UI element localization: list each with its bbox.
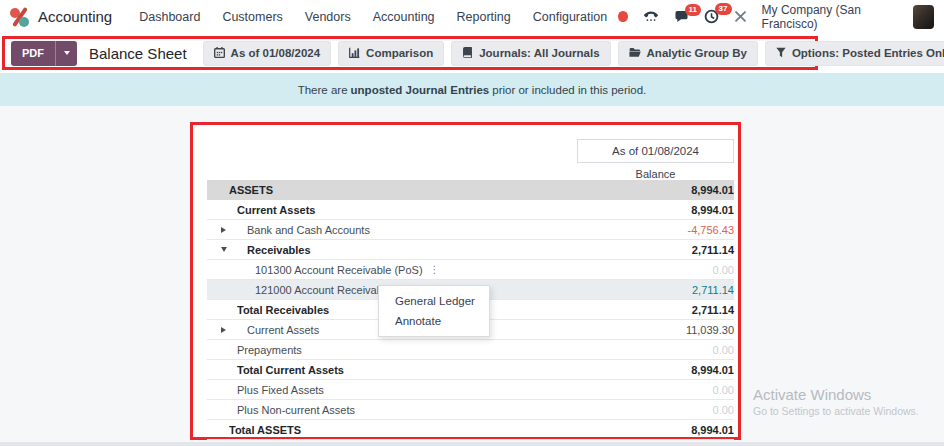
calendar-icon [214, 47, 225, 60]
filter-label: Analytic Group By [647, 47, 747, 59]
row-label-wrap: Prepayments [237, 344, 302, 356]
row-value: 8,994.01 [691, 184, 734, 196]
row-label-wrap: Total Receivables [237, 304, 329, 316]
annotation-box-toolbar: PDF Balance Sheet As of 01/08/2024Compar… [2, 36, 818, 70]
column-header-date[interactable]: As of 01/08/2024 [577, 139, 734, 163]
topbar: Accounting DashboardCustomersVendorsAcco… [0, 0, 944, 33]
row-value: -4,756.43 [688, 224, 734, 236]
report-title: Balance Sheet [89, 45, 187, 62]
filter-label: As of 01/08/2024 [231, 47, 321, 59]
row-label: Total ASSETS [229, 424, 301, 436]
row-label-wrap: Current Assets [237, 204, 315, 216]
nav-item-vendors[interactable]: Vendors [294, 10, 362, 24]
phone-icon[interactable] [643, 10, 659, 23]
annotation-box-report: As of 01/08/2024 Balance ASSETS8,994.01C… [190, 122, 741, 440]
row-label: Plus Non-current Assets [237, 404, 355, 416]
banner-text-suffix: prior or included in this period. [492, 84, 646, 96]
nav-item-accounting[interactable]: Accounting [362, 10, 446, 24]
row-label: Prepayments [237, 344, 302, 356]
row-label-wrap: 101300 Account Receivable (PoS)⋮ [255, 264, 440, 276]
filter-button-as-of-01-08-2024[interactable]: As of 01/08/2024 [203, 41, 332, 66]
screen: Accounting DashboardCustomersVendorsAcco… [0, 0, 944, 446]
filter-bar: As of 01/08/2024ComparisonJournals: All … [203, 41, 944, 66]
company-switcher[interactable]: My Company (San Francisco) [762, 3, 899, 31]
caret-right-icon[interactable] [221, 227, 247, 233]
nav-item-reporting[interactable]: Reporting [446, 10, 522, 24]
nav-item-dashboard[interactable]: Dashboard [128, 10, 211, 24]
report-row-receivables[interactable]: Receivables2,711.14 [207, 240, 734, 260]
pdf-button[interactable]: PDF [11, 41, 55, 66]
nav-item-configuration[interactable]: Configuration [522, 10, 618, 24]
report-row-assets: ASSETS8,994.01 [207, 180, 734, 200]
app-brand[interactable]: Accounting [10, 7, 112, 27]
report-row-prepayments: Prepayments0.00 [207, 340, 734, 360]
filter-label: Options: Posted Entries Only , Accrual B… [792, 47, 944, 59]
activities-clock-icon[interactable]: 37 [704, 9, 719, 24]
filter-icon [776, 47, 786, 60]
activities-badge: 37 [715, 3, 732, 15]
row-menu-dots-icon[interactable]: ⋮ [430, 265, 440, 275]
row-label: Current Assets [247, 324, 319, 336]
chevron-down-icon [64, 51, 70, 55]
windows-activation-watermark: Activate Windows Go to Settings to activ… [753, 386, 919, 417]
nav-item-customers[interactable]: Customers [211, 10, 293, 24]
pdf-dropdown-button[interactable] [55, 41, 77, 66]
tools-icon[interactable] [734, 10, 747, 23]
context-menu-item-annotate[interactable]: Annotate [379, 311, 489, 331]
row-label: ASSETS [229, 184, 273, 196]
row-label: 101300 Account Receivable (PoS) [255, 264, 423, 276]
row-label-wrap: Receivables [221, 244, 311, 256]
main-nav: DashboardCustomersVendorsAccountingRepor… [128, 10, 618, 24]
bar-chart-icon [349, 47, 360, 60]
banner-text-bold: unposted Journal Entries [351, 84, 490, 96]
row-context-menu: General LedgerAnnotate [378, 285, 490, 337]
filter-label: Comparison [366, 47, 433, 59]
filter-button-options[interactable]: Options: Posted Entries Only , Accrual B… [765, 41, 944, 66]
row-value: 11,039.30 [686, 324, 734, 336]
row-value: 0.00 [713, 264, 734, 276]
caret-right-icon[interactable] [221, 327, 247, 333]
row-value: 2,711.14 [692, 284, 734, 296]
row-value: 0.00 [713, 344, 734, 356]
row-label-wrap: Total ASSETS [229, 424, 301, 436]
row-label: Current Assets [237, 204, 315, 216]
report-row-plus-non-current-assets: Plus Non-current Assets0.00 [207, 400, 734, 420]
unposted-entries-banner: There are unposted Journal Entries prior… [0, 73, 944, 106]
report-row-total-assets: Total ASSETS8,994.01 [207, 420, 734, 440]
row-label: Total Receivables [237, 304, 329, 316]
messages-badge: 11 [685, 4, 701, 16]
app-name: Accounting [38, 8, 112, 25]
row-label: 121000 Account Receivable [255, 284, 391, 296]
row-label: Plus Fixed Assets [237, 384, 324, 396]
caret-down-icon[interactable] [221, 247, 247, 252]
row-label-wrap: Total Current Assets [237, 364, 344, 376]
row-label-wrap: Plus Fixed Assets [237, 384, 324, 396]
window-bottom-edge [0, 442, 944, 446]
row-label-wrap: ASSETS [229, 184, 273, 196]
report-row-total-current-assets: Total Current Assets8,994.01 [207, 360, 734, 380]
column-subheader-balance: Balance [577, 168, 734, 180]
row-value: 8,994.01 [691, 204, 734, 216]
report-row-101300-account-receivable-pos[interactable]: 101300 Account Receivable (PoS)⋮0.00 [207, 260, 734, 280]
row-label: Total Current Assets [237, 364, 344, 376]
filter-button-analytic-group-by[interactable]: Analytic Group By [618, 41, 758, 66]
odoo-accounting-logo-icon [10, 7, 30, 27]
watermark-title: Activate Windows [753, 386, 919, 403]
report-row-current-assets: Current Assets8,994.01 [207, 200, 734, 220]
filter-button-journals[interactable]: Journals: All Journals [451, 41, 610, 66]
row-value: 8,994.01 [691, 364, 734, 376]
user-avatar[interactable] [913, 5, 934, 29]
record-dot-icon[interactable] [618, 11, 627, 22]
filter-button-comparison[interactable]: Comparison [338, 41, 444, 66]
row-value: 2,711.14 [692, 244, 734, 256]
folder-icon [629, 47, 641, 60]
book-icon [462, 47, 473, 60]
messages-icon[interactable]: 11 [674, 10, 689, 23]
row-label: Bank and Cash Accounts [247, 224, 370, 236]
topbar-right: 11 37 My Company (San Francisco) [618, 3, 934, 31]
row-label-wrap: Bank and Cash Accounts [221, 224, 370, 236]
row-value: 0.00 [713, 384, 734, 396]
report-row-bank-and-cash-accounts[interactable]: Bank and Cash Accounts-4,756.43 [207, 220, 734, 240]
context-menu-item-general-ledger[interactable]: General Ledger [379, 291, 489, 311]
watermark-subtitle: Go to Settings to activate Windows. [753, 405, 919, 417]
